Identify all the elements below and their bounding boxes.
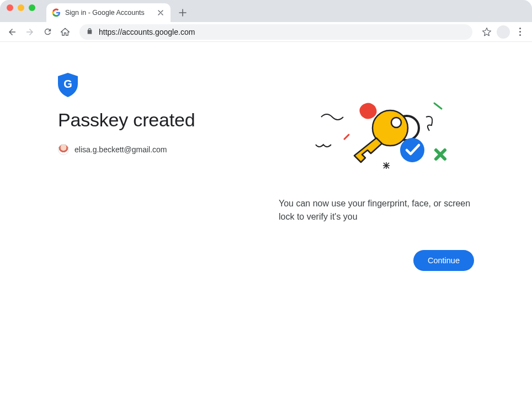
kebab-menu-icon bbox=[515, 28, 525, 36]
home-button[interactable] bbox=[57, 24, 73, 40]
account-email: elisa.g.beckett@gmail.com bbox=[75, 145, 167, 154]
new-tab-button[interactable] bbox=[175, 5, 190, 20]
profile-avatar-button[interactable] bbox=[497, 25, 510, 39]
tab-strip: Sign in - Google Accounts bbox=[0, 0, 532, 22]
toolbar-right bbox=[475, 24, 528, 40]
browser-menu-button[interactable] bbox=[512, 24, 528, 40]
address-bar[interactable]: https://accounts.google.com bbox=[79, 24, 472, 40]
page-content: G Passkey created elisa.g.beckett@gmail.… bbox=[0, 42, 532, 271]
right-column: You can now use your fingerprint, face, … bbox=[279, 73, 474, 271]
svg-text:G: G bbox=[63, 78, 72, 90]
account-avatar-icon bbox=[58, 144, 69, 155]
svg-point-11 bbox=[391, 118, 401, 127]
reload-button[interactable] bbox=[40, 24, 55, 40]
google-favicon-icon bbox=[52, 8, 61, 17]
window-controls bbox=[7, 0, 46, 22]
back-button[interactable] bbox=[4, 24, 20, 40]
window-close-button[interactable] bbox=[7, 4, 13, 11]
continue-button[interactable]: Continue bbox=[413, 250, 474, 271]
google-shield-icon: G bbox=[58, 73, 78, 97]
svg-line-2 bbox=[344, 135, 349, 139]
url-text: https://accounts.google.com bbox=[99, 28, 195, 36]
browser-tab[interactable]: Sign in - Google Accounts bbox=[46, 3, 171, 22]
account-chip[interactable]: elisa.g.beckett@gmail.com bbox=[58, 144, 257, 155]
passkey-illustration bbox=[279, 95, 474, 178]
window-minimize-button[interactable] bbox=[18, 4, 24, 11]
tab-title: Sign in - Google Accounts bbox=[65, 9, 152, 17]
svg-point-12 bbox=[400, 138, 424, 162]
forward-button[interactable] bbox=[22, 24, 38, 40]
tab-close-button[interactable] bbox=[156, 8, 165, 17]
button-row: Continue bbox=[279, 250, 474, 271]
browser-toolbar: https://accounts.google.com bbox=[0, 22, 532, 42]
page-heading: Passkey created bbox=[58, 109, 257, 131]
left-column: G Passkey created elisa.g.beckett@gmail.… bbox=[58, 73, 257, 271]
body-text: You can now use your fingerprint, face, … bbox=[279, 197, 474, 224]
window-zoom-button[interactable] bbox=[29, 4, 35, 11]
svg-line-1 bbox=[434, 103, 441, 109]
bookmark-button[interactable] bbox=[479, 24, 494, 40]
address-bar-container: https://accounts.google.com bbox=[75, 24, 472, 40]
lock-icon bbox=[86, 28, 93, 36]
